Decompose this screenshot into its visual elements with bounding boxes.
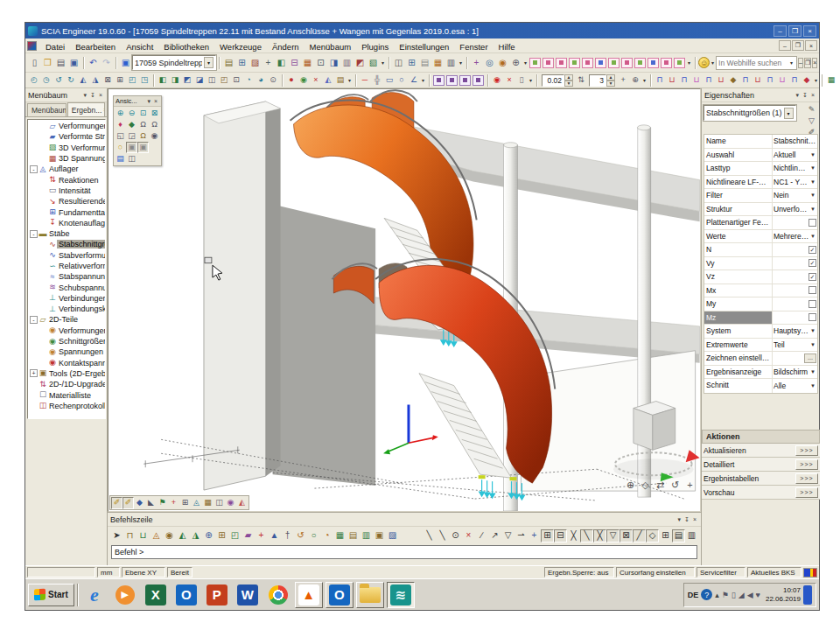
snap-tool-icon[interactable]: ╲ <box>436 529 449 542</box>
viewstrip-icon[interactable]: ◆ <box>134 497 145 509</box>
result-type-combobox[interactable]: Stabschnittgrößen (1) ▾ <box>704 105 796 121</box>
view-tool-icon[interactable]: ◳ <box>138 74 150 87</box>
chevron-down-icon[interactable]: ▼ <box>809 383 816 388</box>
view-tool-icon[interactable]: ◫ <box>206 74 218 87</box>
property-row-vy[interactable]: Vy ▼ ... <box>704 257 817 271</box>
command-tool-icon[interactable]: ◮ <box>189 529 202 542</box>
pin-icon[interactable]: ↧ <box>682 516 691 523</box>
action-vorschau[interactable]: Vorschau >>> <box>702 486 820 500</box>
menu-item[interactable]: Plugins <box>356 41 394 52</box>
mdi-restore-button[interactable]: ❒ <box>792 40 804 51</box>
palette-icon[interactable]: ♦ <box>115 119 126 130</box>
line-style-icon[interactable]: ─ <box>359 74 371 87</box>
expander-icon[interactable] <box>39 208 47 216</box>
chevron-down-icon[interactable]: ▾ <box>420 77 426 83</box>
view-tool-icon[interactable]: ◧ <box>157 74 169 87</box>
mark-tool-icon[interactable]: ▯ <box>515 74 528 87</box>
tree-item-2d-verformungen[interactable]: ◉ Verformungen <box>28 326 105 336</box>
chevron-down-icon[interactable]: ▾ <box>641 77 648 83</box>
menu-item[interactable]: Ändern <box>267 41 304 52</box>
result-tool-icon[interactable]: ◆ <box>801 74 813 87</box>
expander-icon[interactable] <box>39 284 47 291</box>
snap-tool-icon[interactable]: ⊟ <box>554 529 567 542</box>
tray-device-icon[interactable]: ▯ <box>732 591 736 599</box>
expander-icon[interactable] <box>30 402 38 410</box>
view-window-icon[interactable] <box>648 58 659 68</box>
expander-icon[interactable]: + <box>30 369 38 377</box>
action-button[interactable]: >>> <box>795 473 818 484</box>
tree-item-3d-verformungen[interactable]: ▨ 3D Verformungen <box>28 143 105 153</box>
action-button[interactable]: >>> <box>795 445 818 456</box>
checkbox[interactable] <box>808 313 816 321</box>
property-row-zeichnen[interactable]: Zeichnen einstellen 1D ▼ ... <box>704 352 817 366</box>
tab-ergebnisse[interactable]: Ergebn...× <box>67 102 105 116</box>
snap-tool-icon[interactable]: ⊞ <box>541 529 554 542</box>
chevron-down-icon[interactable]: ▾ <box>522 60 528 66</box>
back-wall[interactable] <box>273 204 376 486</box>
tree-item-reaktionen[interactable]: ⇅ Reaktionen <box>28 174 105 185</box>
viewstrip-icon[interactable]: ◣ <box>145 497 157 509</box>
view-tool-icon[interactable]: ◷ <box>40 74 52 87</box>
snap-tool-icon[interactable]: ⇀ <box>514 529 528 542</box>
menu-item[interactable]: Fenster <box>454 41 493 52</box>
zoom-out-icon[interactable]: ⊖ <box>126 108 137 119</box>
model-viewport[interactable]: Ansic... ▾ × ⊕⊖⊡⊠♦◆ΩΩ◱◲Ω◉○▣▣▤◫ ✐✐◆◣⚑+⊞◬▦… <box>108 88 701 512</box>
help-icon[interactable]: ? <box>701 589 712 600</box>
chevron-down-icon[interactable]: ▼ <box>809 234 816 239</box>
tool-icon[interactable]: ▥ <box>340 56 354 69</box>
palette-icon[interactable]: Ω <box>149 119 160 130</box>
snap-tool-icon[interactable]: ▤ <box>672 529 685 542</box>
close-icon[interactable]: × <box>103 107 105 113</box>
close-icon[interactable]: × <box>152 98 159 104</box>
menu-item[interactable]: Werkzeuge <box>214 41 267 52</box>
command-tool-icon[interactable]: ▦ <box>333 529 346 542</box>
expander-icon[interactable] <box>39 326 47 334</box>
tool-icon[interactable]: ▤ <box>222 56 235 69</box>
palette-icon[interactable] <box>149 142 160 153</box>
spin-up-icon[interactable]: ▲ <box>606 74 615 80</box>
command-tool-icon[interactable]: ○ <box>307 529 320 542</box>
viewstrip-icon[interactable]: ✐ <box>122 497 134 509</box>
tool-icon[interactable]: ▦ <box>431 56 444 69</box>
snap-tool-icon[interactable]: ╱ <box>633 529 646 542</box>
tree-item-stabschnittgroessen[interactable]: ∿ Stabschnittgrößen <box>28 239 105 249</box>
tree-item-fundamenttabelle[interactable]: ⊞ Fundamenttabelle <box>28 206 105 217</box>
tray-app-icon[interactable] <box>803 585 812 605</box>
command-tool-icon[interactable]: ⊓ <box>123 529 136 542</box>
count-value[interactable]: 3 <box>589 74 606 87</box>
result-tool-icon[interactable]: ⊓ <box>739 74 752 87</box>
nav-pan-icon[interactable]: + <box>683 479 696 492</box>
palette-icon[interactable]: Ω <box>137 130 149 142</box>
expander-icon[interactable] <box>39 186 47 194</box>
clock[interactable]: 10:0722.06.2019 <box>763 586 801 604</box>
tool-icon[interactable]: ⊟ <box>288 56 301 69</box>
window-tool-icon[interactable] <box>472 75 484 86</box>
expander-icon[interactable]: - <box>30 165 38 173</box>
snap-tool-icon[interactable]: ⊙ <box>449 529 462 542</box>
child-close-button[interactable]: × <box>812 58 817 68</box>
collapse-icon[interactable]: ▾ <box>794 92 802 99</box>
expander-icon[interactable] <box>39 176 47 184</box>
menu-item[interactable]: Einstellungen <box>394 41 454 52</box>
view-tool-icon[interactable]: ◕ <box>255 74 267 87</box>
expander-icon[interactable] <box>39 198 47 206</box>
result-tool-icon[interactable]: ⊓ <box>654 74 666 87</box>
expander-icon[interactable] <box>39 241 47 248</box>
viewstrip-icon[interactable]: ◬ <box>191 497 202 509</box>
snap-tool-icon[interactable]: × <box>462 529 475 542</box>
title-bar[interactable]: SCIA Engineer 19.0.60 - [17059 Spindeltr… <box>25 23 819 38</box>
print-preview-icon[interactable]: ⊞ <box>405 56 418 69</box>
view-tool-icon[interactable]: ◴ <box>28 74 40 87</box>
chevron-down-icon[interactable]: ▾ <box>686 60 692 66</box>
command-tool-icon[interactable]: † <box>281 529 294 542</box>
expander-icon[interactable] <box>39 338 47 346</box>
core-wall[interactable] <box>204 102 281 490</box>
tool-icon[interactable]: ◨ <box>327 56 340 69</box>
property-row-my[interactable]: My ▼ ... <box>704 298 817 312</box>
tree-item-2d-teile[interactable]: - ▱ 2D-Teile <box>28 314 105 325</box>
property-row-vz[interactable]: Vz ▼ ... <box>704 270 817 284</box>
property-row-extremwerte[interactable]: Extremwerte Teil ▼ ... <box>704 339 817 353</box>
result-tool-icon[interactable]: ⊔ <box>690 74 703 87</box>
property-row-auswahl[interactable]: Auswahl Aktuell ▼ ... <box>704 149 817 163</box>
menu-item[interactable]: Bearbeiten <box>70 41 121 52</box>
